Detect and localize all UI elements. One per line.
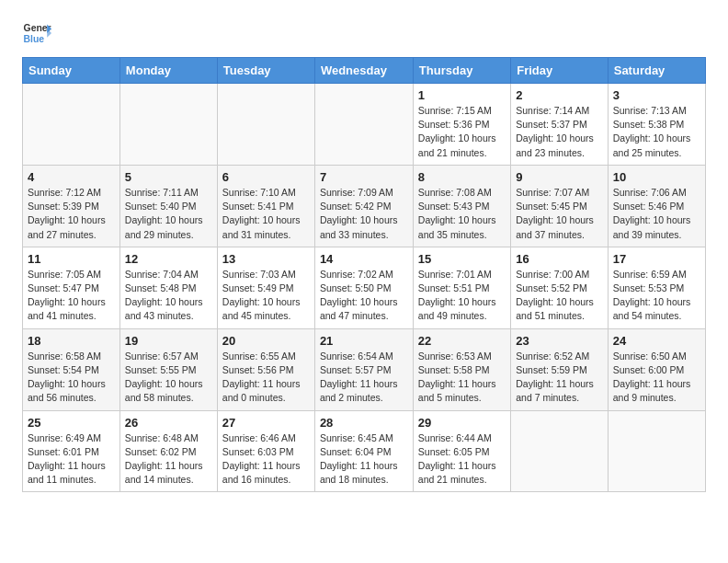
calendar-cell: 7Sunrise: 7:09 AM Sunset: 5:42 PM Daylig… xyxy=(314,165,413,247)
calendar-cell: 5Sunrise: 7:11 AM Sunset: 5:40 PM Daylig… xyxy=(119,165,217,247)
calendar-cell: 18Sunrise: 6:58 AM Sunset: 5:54 PM Dayli… xyxy=(23,328,120,410)
weekday-header-wednesday: Wednesday xyxy=(314,58,413,84)
day-number: 24 xyxy=(613,334,700,348)
weekday-header-sunday: Sunday xyxy=(23,58,120,84)
calendar-cell: 12Sunrise: 7:04 AM Sunset: 5:48 PM Dayli… xyxy=(119,247,217,328)
day-info: Sunrise: 7:12 AM Sunset: 5:39 PM Dayligh… xyxy=(28,186,115,242)
day-info: Sunrise: 6:50 AM Sunset: 6:00 PM Dayligh… xyxy=(613,350,700,406)
calendar-week-row: 1Sunrise: 7:15 AM Sunset: 5:36 PM Daylig… xyxy=(23,84,706,166)
day-info: Sunrise: 7:11 AM Sunset: 5:40 PM Dayligh… xyxy=(125,186,212,242)
day-info: Sunrise: 7:05 AM Sunset: 5:47 PM Dayligh… xyxy=(28,268,115,324)
day-number: 3 xyxy=(613,88,700,102)
day-info: Sunrise: 6:57 AM Sunset: 5:55 PM Dayligh… xyxy=(125,350,212,406)
calendar-cell xyxy=(511,410,609,492)
weekday-header-saturday: Saturday xyxy=(608,58,705,84)
day-number: 21 xyxy=(320,334,408,348)
calendar-cell: 14Sunrise: 7:02 AM Sunset: 5:50 PM Dayli… xyxy=(314,247,413,328)
day-info: Sunrise: 6:58 AM Sunset: 5:54 PM Dayligh… xyxy=(28,350,115,406)
day-number: 22 xyxy=(418,334,506,348)
day-info: Sunrise: 7:03 AM Sunset: 5:49 PM Dayligh… xyxy=(222,268,310,324)
day-number: 23 xyxy=(516,334,603,348)
day-number: 18 xyxy=(28,334,115,348)
svg-text:Blue: Blue xyxy=(24,34,45,44)
weekday-header-friday: Friday xyxy=(511,58,609,84)
day-number: 8 xyxy=(418,170,506,184)
day-info: Sunrise: 7:06 AM Sunset: 5:46 PM Dayligh… xyxy=(613,186,700,242)
day-info: Sunrise: 7:02 AM Sunset: 5:50 PM Dayligh… xyxy=(320,268,408,324)
day-number: 6 xyxy=(222,170,310,184)
calendar-cell: 22Sunrise: 6:53 AM Sunset: 5:58 PM Dayli… xyxy=(413,328,510,410)
day-info: Sunrise: 6:45 AM Sunset: 6:04 PM Dayligh… xyxy=(320,431,408,488)
day-info: Sunrise: 6:44 AM Sunset: 6:05 PM Dayligh… xyxy=(418,431,506,488)
calendar-cell: 25Sunrise: 6:49 AM Sunset: 6:01 PM Dayli… xyxy=(23,410,120,492)
calendar-cell xyxy=(119,84,217,166)
day-number: 20 xyxy=(222,334,310,348)
day-number: 10 xyxy=(613,170,700,184)
day-info: Sunrise: 7:01 AM Sunset: 5:51 PM Dayligh… xyxy=(418,268,506,324)
day-info: Sunrise: 7:13 AM Sunset: 5:38 PM Dayligh… xyxy=(613,104,700,160)
day-number: 2 xyxy=(516,88,603,102)
calendar-cell: 4Sunrise: 7:12 AM Sunset: 5:39 PM Daylig… xyxy=(23,165,120,247)
calendar-cell: 28Sunrise: 6:45 AM Sunset: 6:04 PM Dayli… xyxy=(314,410,413,492)
day-number: 15 xyxy=(418,252,506,266)
day-number: 13 xyxy=(222,252,310,266)
calendar-cell: 23Sunrise: 6:52 AM Sunset: 5:59 PM Dayli… xyxy=(511,328,609,410)
day-info: Sunrise: 7:15 AM Sunset: 5:36 PM Dayligh… xyxy=(418,104,506,160)
weekday-header-row: SundayMondayTuesdayWednesdayThursdayFrid… xyxy=(23,58,706,84)
day-number: 28 xyxy=(320,416,408,430)
calendar-cell: 29Sunrise: 6:44 AM Sunset: 6:05 PM Dayli… xyxy=(413,410,510,492)
calendar-cell xyxy=(314,84,413,166)
day-info: Sunrise: 6:59 AM Sunset: 5:53 PM Dayligh… xyxy=(613,268,700,324)
day-number: 9 xyxy=(516,170,603,184)
calendar-cell xyxy=(217,84,314,166)
calendar-cell: 24Sunrise: 6:50 AM Sunset: 6:00 PM Dayli… xyxy=(608,328,705,410)
calendar-cell: 11Sunrise: 7:05 AM Sunset: 5:47 PM Dayli… xyxy=(23,247,120,328)
calendar-cell: 19Sunrise: 6:57 AM Sunset: 5:55 PM Dayli… xyxy=(119,328,217,410)
calendar-cell: 6Sunrise: 7:10 AM Sunset: 5:41 PM Daylig… xyxy=(217,165,314,247)
weekday-header-tuesday: Tuesday xyxy=(217,58,314,84)
calendar-cell: 10Sunrise: 7:06 AM Sunset: 5:46 PM Dayli… xyxy=(608,165,705,247)
day-number: 17 xyxy=(613,252,700,266)
header: General Blue xyxy=(22,18,706,48)
day-info: Sunrise: 6:46 AM Sunset: 6:03 PM Dayligh… xyxy=(222,431,310,488)
logo: General Blue xyxy=(22,18,51,48)
day-info: Sunrise: 7:09 AM Sunset: 5:42 PM Dayligh… xyxy=(320,186,408,242)
day-info: Sunrise: 6:53 AM Sunset: 5:58 PM Dayligh… xyxy=(418,350,506,406)
calendar-cell: 1Sunrise: 7:15 AM Sunset: 5:36 PM Daylig… xyxy=(413,84,510,166)
day-number: 4 xyxy=(28,170,115,184)
day-info: Sunrise: 7:04 AM Sunset: 5:48 PM Dayligh… xyxy=(125,268,212,324)
day-number: 27 xyxy=(222,416,310,430)
calendar-cell: 2Sunrise: 7:14 AM Sunset: 5:37 PM Daylig… xyxy=(511,84,609,166)
generalblue-icon: General Blue xyxy=(22,18,51,48)
day-info: Sunrise: 6:55 AM Sunset: 5:56 PM Dayligh… xyxy=(222,350,310,406)
calendar-cell: 3Sunrise: 7:13 AM Sunset: 5:38 PM Daylig… xyxy=(608,84,705,166)
day-number: 12 xyxy=(125,252,212,266)
day-info: Sunrise: 6:52 AM Sunset: 5:59 PM Dayligh… xyxy=(516,350,603,406)
calendar-week-row: 4Sunrise: 7:12 AM Sunset: 5:39 PM Daylig… xyxy=(23,165,706,247)
calendar-week-row: 11Sunrise: 7:05 AM Sunset: 5:47 PM Dayli… xyxy=(23,247,706,328)
calendar-cell: 27Sunrise: 6:46 AM Sunset: 6:03 PM Dayli… xyxy=(217,410,314,492)
calendar-cell xyxy=(608,410,705,492)
day-number: 7 xyxy=(320,170,408,184)
calendar-cell: 26Sunrise: 6:48 AM Sunset: 6:02 PM Dayli… xyxy=(119,410,217,492)
day-info: Sunrise: 7:00 AM Sunset: 5:52 PM Dayligh… xyxy=(516,268,603,324)
calendar-week-row: 25Sunrise: 6:49 AM Sunset: 6:01 PM Dayli… xyxy=(23,410,706,492)
weekday-header-monday: Monday xyxy=(119,58,217,84)
day-info: Sunrise: 6:49 AM Sunset: 6:01 PM Dayligh… xyxy=(28,431,115,488)
day-number: 16 xyxy=(516,252,603,266)
calendar-cell: 17Sunrise: 6:59 AM Sunset: 5:53 PM Dayli… xyxy=(608,247,705,328)
day-info: Sunrise: 7:07 AM Sunset: 5:45 PM Dayligh… xyxy=(516,186,603,242)
weekday-header-thursday: Thursday xyxy=(413,58,510,84)
day-info: Sunrise: 6:48 AM Sunset: 6:02 PM Dayligh… xyxy=(125,431,212,488)
day-number: 19 xyxy=(125,334,212,348)
calendar-cell xyxy=(23,84,120,166)
calendar-cell: 13Sunrise: 7:03 AM Sunset: 5:49 PM Dayli… xyxy=(217,247,314,328)
day-number: 11 xyxy=(28,252,115,266)
calendar-cell: 20Sunrise: 6:55 AM Sunset: 5:56 PM Dayli… xyxy=(217,328,314,410)
calendar-table: SundayMondayTuesdayWednesdayThursdayFrid… xyxy=(22,57,706,492)
day-info: Sunrise: 7:10 AM Sunset: 5:41 PM Dayligh… xyxy=(222,186,310,242)
calendar-cell: 9Sunrise: 7:07 AM Sunset: 5:45 PM Daylig… xyxy=(511,165,609,247)
day-info: Sunrise: 7:14 AM Sunset: 5:37 PM Dayligh… xyxy=(516,104,603,160)
day-info: Sunrise: 7:08 AM Sunset: 5:43 PM Dayligh… xyxy=(418,186,506,242)
day-number: 26 xyxy=(125,416,212,430)
